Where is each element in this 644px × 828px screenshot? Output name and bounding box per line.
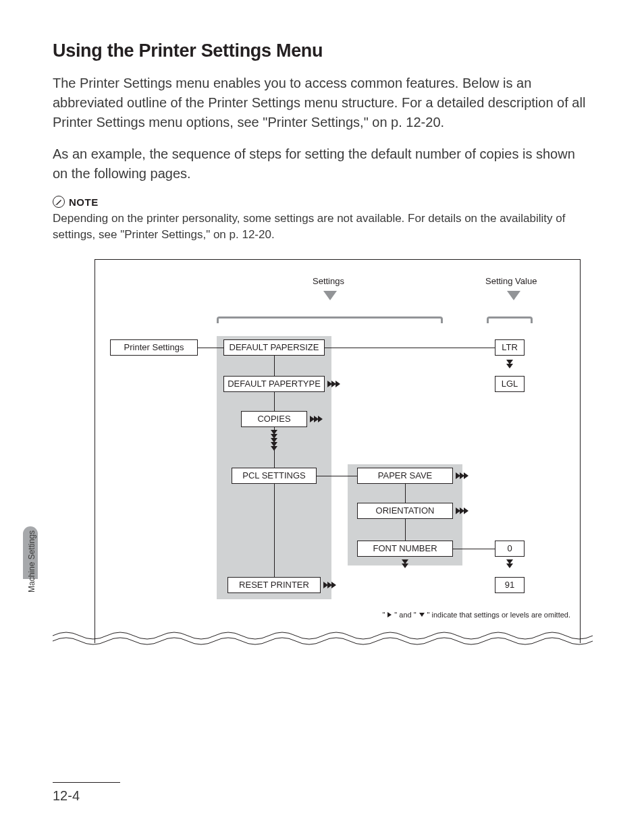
triangle-right-icon (387, 612, 392, 617)
footer-rule (53, 782, 120, 783)
column-label-value: Setting Value (485, 276, 537, 286)
value-91: 91 (495, 577, 525, 593)
chevron-down-icon (271, 430, 277, 450)
node-font-number: FONT NUMBER (357, 541, 453, 557)
arrow-down-icon (507, 291, 520, 300)
value-0: 0 (495, 541, 525, 557)
intro-paragraph-1: The Printer Settings menu enables you to… (53, 74, 591, 132)
note-text: Depending on the printer personality, so… (53, 211, 591, 243)
chevron-right-icon (310, 416, 322, 422)
chevron-right-icon (456, 507, 468, 514)
node-reset-printer: RESET PRINTER (227, 577, 321, 593)
bracket-value (487, 316, 533, 323)
node-orientation: ORIENTATION (357, 503, 453, 519)
chevron-right-icon (327, 381, 340, 387)
diagram-footnote: " " and " " indicate that settings or le… (382, 611, 570, 619)
triangle-down-icon (419, 613, 425, 617)
value-lgl: LGL (495, 376, 525, 392)
section-heading: Using the Printer Settings Menu (53, 40, 591, 61)
intro-paragraph-2: As an example, the sequence of steps for… (53, 144, 591, 184)
bracket-settings (217, 316, 443, 323)
node-default-papertype: DEFAULT PAPERTYPE (223, 376, 325, 392)
note-header: NOTE (53, 196, 591, 208)
chevron-right-icon (323, 582, 336, 588)
node-printer-settings: Printer Settings (110, 339, 198, 356)
note-label: NOTE (69, 196, 99, 208)
chevron-down-icon (506, 360, 513, 368)
column-label-settings: Settings (313, 276, 344, 286)
arrow-down-icon (323, 291, 337, 300)
menu-structure-diagram: Settings Setting Value Printer Settings … (95, 259, 581, 643)
chevron-down-icon (402, 559, 408, 568)
node-default-papersize: DEFAULT PAPERSIZE (223, 339, 325, 356)
pencil-circle-icon (53, 196, 65, 208)
node-paper-save: PAPER SAVE (357, 468, 453, 484)
value-ltr: LTR (495, 339, 525, 356)
page-number: 12-4 (53, 788, 80, 804)
chevron-right-icon (456, 472, 468, 479)
side-section-label: Machine Settings (27, 530, 36, 592)
torn-edge-decoration (53, 628, 593, 645)
node-pcl-settings: PCL SETTINGS (232, 468, 317, 484)
node-copies: COPIES (241, 411, 307, 427)
chevron-down-icon (506, 559, 513, 568)
